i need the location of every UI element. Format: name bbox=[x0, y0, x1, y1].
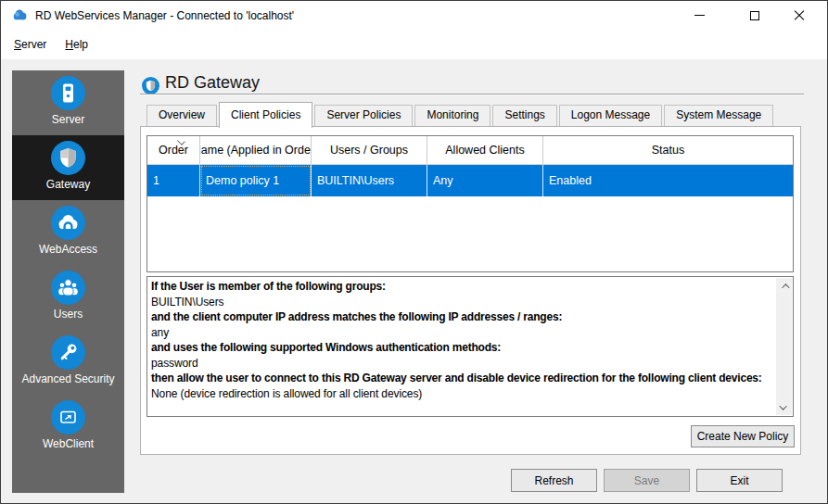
sidebar-item-label: Server bbox=[12, 113, 124, 126]
sidebar-item-server[interactable]: Server bbox=[12, 70, 124, 135]
details-line: BUILTIN\Users bbox=[151, 295, 772, 310]
menu-item-server[interactable]: Server bbox=[5, 33, 56, 56]
tab-monitoring[interactable]: Monitoring bbox=[414, 105, 490, 126]
column-header-status[interactable]: Status bbox=[543, 136, 793, 164]
window-title: RD WebServices Manager - Connected to 'l… bbox=[35, 9, 294, 22]
title-bar: RD WebServices Manager - Connected to 'l… bbox=[1, 1, 827, 30]
sidebar-item-label: Advanced Security bbox=[12, 372, 124, 385]
details-line: and the client computer IP address match… bbox=[151, 309, 772, 325]
tab-server-policies[interactable]: Server Policies bbox=[314, 105, 413, 126]
refresh-button[interactable]: Refresh bbox=[511, 469, 597, 492]
cell-name[interactable]: Demo policy 1 bbox=[200, 165, 312, 196]
sidebar-item-label: WebClient bbox=[12, 437, 124, 450]
title-separator bbox=[140, 94, 804, 95]
maximize-button[interactable] bbox=[734, 1, 775, 30]
tab-settings[interactable]: Settings bbox=[492, 105, 556, 126]
details-line: None (device redirection is allowed for … bbox=[151, 386, 772, 402]
details-line: and uses the following supported Windows… bbox=[151, 340, 772, 356]
cell-allowed-clients[interactable]: Any bbox=[427, 165, 543, 196]
save-button[interactable]: Save bbox=[604, 469, 690, 492]
tab-overview[interactable]: Overview bbox=[146, 105, 217, 126]
page-title: RD Gateway bbox=[165, 73, 260, 93]
sidebar-item-label: Gateway bbox=[12, 178, 124, 191]
details-line: then allow the user to connect to this R… bbox=[151, 371, 772, 386]
policy-details-box: If the User is member of the following g… bbox=[146, 276, 794, 417]
shield-icon bbox=[51, 141, 85, 175]
details-line: password bbox=[151, 356, 772, 372]
cloud-icon bbox=[51, 206, 85, 240]
chevron-down-icon bbox=[779, 402, 786, 410]
cell-status[interactable]: Enabled bbox=[543, 165, 793, 196]
column-header-name[interactable]: Name (Applied in Order) bbox=[200, 136, 312, 164]
tab-logon-message[interactable]: Logon Message bbox=[559, 105, 662, 126]
scroll-up-button[interactable] bbox=[776, 278, 792, 294]
app-cloud-icon bbox=[12, 7, 28, 23]
cell-users-groups[interactable]: BUILTIN\Users bbox=[312, 165, 427, 196]
sidebar-item-label: WebAccess bbox=[12, 243, 124, 256]
server-icon bbox=[51, 76, 85, 110]
details-scrollbar[interactable] bbox=[776, 278, 792, 415]
close-button[interactable] bbox=[779, 1, 820, 30]
details-line: If the User is member of the following g… bbox=[151, 279, 772, 295]
minimize-icon bbox=[694, 15, 705, 16]
details-line: any bbox=[151, 325, 772, 341]
key-icon bbox=[51, 335, 85, 370]
close-icon bbox=[794, 10, 805, 21]
tab-system-message[interactable]: System Message bbox=[664, 105, 773, 126]
policy-details-text: If the User is member of the following g… bbox=[148, 278, 774, 415]
sidebar-item-webaccess[interactable]: WebAccess bbox=[12, 200, 124, 265]
column-header-order[interactable]: Order bbox=[147, 136, 200, 164]
menu-bar: Server Help bbox=[1, 30, 827, 59]
sidebar-item-label: Users bbox=[12, 308, 124, 321]
users-icon bbox=[51, 271, 85, 305]
policies-table-header: Order Name (Applied in Order) Users / Gr… bbox=[147, 136, 793, 165]
exit-button[interactable]: Exit bbox=[696, 469, 783, 492]
create-new-policy-button[interactable]: Create New Policy bbox=[691, 425, 795, 447]
minimize-button[interactable] bbox=[679, 1, 720, 30]
chevron-up-icon bbox=[782, 284, 789, 291]
menu-item-help[interactable]: Help bbox=[56, 33, 97, 56]
sidebar-item-users[interactable]: Users bbox=[12, 265, 124, 330]
policy-row-selected[interactable]: 1 Demo policy 1 BUILTIN\Users Any Enable… bbox=[147, 165, 793, 196]
tab-strip: Overview Client Policies Server Policies… bbox=[146, 102, 775, 126]
scroll-down-button[interactable] bbox=[776, 399, 792, 415]
sidebar-item-advanced-security[interactable]: Advanced Security bbox=[12, 330, 124, 395]
app-window: RD WebServices Manager - Connected to 'l… bbox=[0, 0, 828, 504]
cell-order[interactable]: 1 bbox=[147, 165, 200, 196]
page-title-shield-icon bbox=[142, 77, 159, 94]
maximize-icon bbox=[750, 11, 759, 20]
monitor-icon bbox=[51, 400, 85, 435]
sidebar-item-gateway[interactable]: Gateway bbox=[12, 135, 124, 200]
sidebar-item-webclient[interactable]: WebClient bbox=[12, 395, 124, 460]
sidebar: Server Gateway WebAccess bbox=[12, 70, 124, 493]
policies-table: Order Name (Applied in Order) Users / Gr… bbox=[146, 135, 794, 272]
column-header-allowed-clients[interactable]: Allowed Clients bbox=[427, 136, 543, 164]
column-header-users-groups[interactable]: Users / Groups bbox=[312, 136, 427, 164]
tab-client-policies[interactable]: Client Policies bbox=[219, 102, 312, 128]
